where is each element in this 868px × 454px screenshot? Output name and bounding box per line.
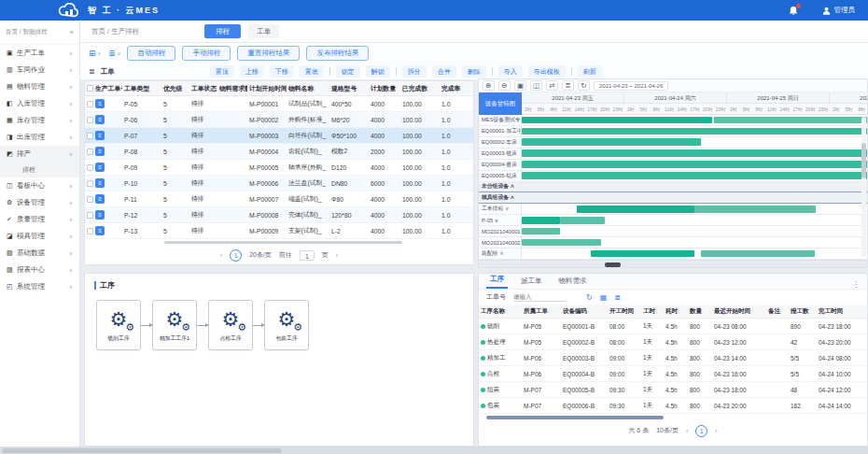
sidebar-item-7[interactable]: ◩排产∨	[0, 146, 79, 163]
gantt-row-label[interactable]: EQ00003-铣床	[479, 149, 522, 159]
expand-row-icon[interactable]: ≡	[95, 210, 105, 220]
detail-tab-3[interactable]: 物料需求	[555, 275, 591, 289]
table-row[interactable]: ≡P-055待排M-P00001试制品(试制_400*504000100.001…	[85, 96, 473, 112]
refresh-icon[interactable]: ↻	[578, 80, 590, 91]
table-row[interactable]: ≡P-125待排M-P00008壳体(试制)_120*804000100.001…	[85, 207, 473, 223]
detail-row[interactable]: 点检M-P06EQ00004-B09:001天4.5h80004-23 16:0…	[479, 366, 867, 382]
table-row[interactable]: ≡P-115待排M-P00007端盖(试制)_Φ804000100.001.0	[85, 192, 473, 207]
columns-icon[interactable]: ≣	[562, 80, 574, 91]
toolbar-button-3[interactable]: 重置排程结果	[237, 46, 300, 61]
detail-row[interactable]: 热处理M-P05EQ00002-B08:001天4.5h80004-23 12:…	[479, 334, 867, 350]
flow-node-4[interactable]: ⚙⚙包装工序	[264, 300, 309, 350]
detail-tab-1[interactable]: 工序	[486, 273, 508, 289]
page-size-select[interactable]: 20条/页	[249, 250, 272, 260]
page-size-select[interactable]: 10条/页	[656, 426, 679, 435]
detail-hscrollbar[interactable]	[479, 414, 867, 421]
window-hscrollbar[interactable]	[0, 447, 868, 454]
gantt-row-label[interactable]: EQ00002-车床	[479, 137, 522, 148]
scroll-thumb[interactable]	[861, 143, 866, 178]
filter-link-1[interactable]: 置顶	[210, 65, 234, 78]
flow-node-1[interactable]: ⚙⚙铣削工序	[96, 300, 141, 350]
sidebar-item-4[interactable]: ◧入库管理∨	[0, 95, 79, 112]
sidebar-item-9[interactable]: ⚙设备管理∨	[0, 194, 79, 211]
expand-row-icon[interactable]: ≡	[95, 147, 105, 156]
fit-icon[interactable]: ⇄	[546, 80, 558, 91]
gantt-bar[interactable]	[522, 128, 867, 135]
scroll-thumb[interactable]	[486, 416, 664, 419]
gantt-row-label[interactable]: P-05 ∨	[479, 215, 522, 225]
sidebar-item-13[interactable]: ▨报表中心∨	[0, 262, 79, 278]
gantt-row-label[interactable]: MES设备测试专用	[479, 115, 522, 125]
filter-link-4[interactable]: 置底	[300, 65, 324, 78]
scroll-thumb[interactable]	[2, 448, 282, 453]
page-number[interactable]: 1	[695, 425, 707, 437]
sidebar-item-10[interactable]: ✓质量管理∨	[0, 211, 79, 228]
row-checkbox[interactable]	[87, 133, 93, 139]
table-row[interactable]: ≡P-075待排M-P00003白坯件(试制_Φ50*1004000100.00…	[85, 128, 473, 144]
expand-row-icon[interactable]: ≡	[95, 115, 105, 124]
more-options-icon[interactable]: ⋮	[852, 280, 860, 289]
detail-row[interactable]: 精加工M-P06EQ00003-B09:001天4.5h80004-23 14:…	[479, 350, 867, 366]
gantt-bar[interactable]	[522, 117, 712, 124]
detail-row[interactable]: 包装M-P07EQ00006-B09:301天4.5h80004-23 20:0…	[479, 398, 867, 414]
filter-link-10[interactable]: 导入	[498, 65, 523, 78]
row-checkbox[interactable]	[87, 101, 93, 107]
gantt-vscrollbar[interactable]	[861, 117, 866, 257]
gantt-row-label[interactable]: MO2021040001	[479, 226, 522, 236]
gantt-row-label[interactable]: EQ00004-磨床	[479, 160, 522, 170]
row-checkbox[interactable]	[87, 164, 93, 171]
sidebar-item-6[interactable]: ◨出库管理∨	[0, 129, 79, 146]
toolbar-icon-group[interactable]: ⊞∨	[89, 49, 101, 58]
gantt-bar[interactable]	[577, 206, 694, 213]
toolbar-button-4[interactable]: 发布排程结果	[306, 46, 369, 61]
expand-row-icon[interactable]: ≡	[95, 178, 105, 188]
gantt-bar[interactable]	[522, 172, 867, 179]
table-row[interactable]: ≡P-085待排M-P00004齿轮(试制)_模数22000100.001.0	[85, 144, 473, 160]
sidebar-item-2[interactable]: ▥车间作业∨	[0, 62, 79, 78]
table-row[interactable]: ≡P-105待排M-P00006法兰盘(试制_DN806000100.001.0	[85, 176, 473, 192]
gantt-date-range[interactable]: 2021-04-23 ~ 2021-04-26	[594, 81, 668, 91]
filter-link-2[interactable]: 上移	[240, 65, 264, 78]
gantt-row-label[interactable]: 模具组设备 ∧	[479, 192, 867, 203]
gantt-hscrollbar[interactable]	[479, 260, 867, 267]
filter-link-11[interactable]: 导出模板	[528, 65, 566, 78]
gantt-row-label[interactable]: EQ00005-钻床	[479, 171, 522, 181]
row-checkbox[interactable]	[87, 149, 93, 155]
gantt-bar[interactable]	[694, 206, 816, 213]
prev-page-icon[interactable]: ‹	[220, 252, 222, 259]
gantt-bar[interactable]	[522, 161, 867, 168]
flow-node-3[interactable]: ⚙⚙点检工序	[208, 300, 253, 350]
sidebar-item-1[interactable]: ▣生产工单∨	[0, 45, 79, 62]
gantt-bar[interactable]	[714, 117, 867, 124]
detail-tab-2[interactable]: 派工单	[517, 275, 546, 289]
calendar-icon[interactable]: ◫	[530, 80, 542, 91]
prev-page-icon[interactable]: ‹	[686, 428, 688, 434]
detail-row[interactable]: 组装M-P07EQ00005-B09:301天4.5h80004-23 18:0…	[479, 382, 867, 398]
toolbar-icon-group[interactable]: ≣∨	[108, 49, 120, 58]
column-settings-icon[interactable]: ≣	[614, 293, 621, 302]
filter-link-3[interactable]: 下移	[270, 65, 294, 78]
sidebar-item-11[interactable]: ◪模具管理∨	[0, 228, 79, 245]
refresh-icon[interactable]: ↻	[586, 293, 593, 302]
gantt-row-label[interactable]: 工单排程 ∨	[479, 204, 522, 214]
table-row[interactable]: ≡P-095待排M-P00005轴承座(外购_D1204000100.001.0	[85, 160, 473, 176]
gantt-bar[interactable]	[701, 250, 815, 258]
page-tab-1[interactable]: 排程	[204, 24, 241, 38]
sidebar-item-12[interactable]: ▧基础数据∨	[0, 245, 79, 262]
row-checkbox[interactable]	[87, 180, 93, 187]
select-all-checkbox[interactable]	[87, 85, 93, 92]
gantt-row-label[interactable]: MO2021040002	[479, 237, 522, 248]
orders-hscrollbar[interactable]	[85, 239, 473, 246]
zoom-in-icon[interactable]: ⊕	[483, 80, 495, 91]
gantt-bar[interactable]	[591, 250, 694, 258]
row-checkbox[interactable]	[87, 117, 93, 123]
gantt-row-label[interactable]: EQ00001-加工中心	[479, 126, 522, 136]
expand-row-icon[interactable]: ≡	[95, 194, 105, 204]
notification-bell-icon[interactable]	[789, 6, 798, 16]
filter-link-8[interactable]: 合并	[432, 65, 456, 78]
sidebar-item-5[interactable]: ▦库存管理∨	[0, 112, 79, 129]
row-checkbox[interactable]	[87, 196, 93, 203]
page-tab-2[interactable]: 工单	[248, 24, 279, 38]
sidebar-subitem[interactable]: 排程	[0, 163, 79, 177]
sidebar-item-14[interactable]: ◰系统管理∨	[0, 278, 79, 295]
